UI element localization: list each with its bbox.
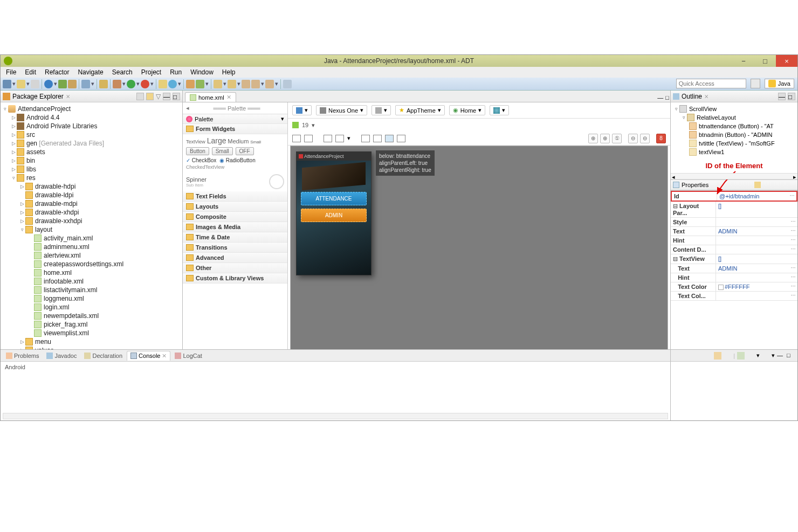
- palette-category[interactable]: Images & Media: [183, 222, 287, 232]
- avd-manager-icon[interactable]: [58, 80, 67, 88]
- run-icon[interactable]: [127, 80, 135, 88]
- tree-item[interactable]: viewemplist.xml: [2, 329, 181, 337]
- api-level[interactable]: 19: [302, 122, 308, 128]
- tree-item[interactable]: loggmenu.xml: [2, 294, 181, 303]
- zoom-in-icon[interactable]: ⊕: [600, 134, 610, 143]
- outline-horizontal-scrollbar[interactable]: ◂▸: [671, 173, 797, 179]
- editor-tab-home[interactable]: home.xml ⨯: [185, 92, 236, 102]
- console-btn5-icon[interactable]: [762, 352, 769, 360]
- project-root[interactable]: AttendanceProject: [18, 105, 71, 113]
- maximize-button[interactable]: □: [754, 55, 776, 67]
- close-button[interactable]: ×: [776, 55, 797, 67]
- menu-help[interactable]: Help: [219, 68, 239, 76]
- console-btn3-icon[interactable]: [737, 352, 745, 360]
- zoom-out2-icon[interactable]: ⊖: [640, 134, 650, 143]
- refresh-icon[interactable]: [168, 80, 177, 88]
- maximize-view-icon[interactable]: □: [173, 93, 180, 100]
- property-row[interactable]: TextADMIN···: [671, 264, 797, 273]
- widget-small-button[interactable]: Small: [212, 147, 233, 155]
- save-icon[interactable]: [17, 80, 25, 88]
- menu-file[interactable]: File: [3, 68, 19, 76]
- grid2-icon[interactable]: [335, 135, 344, 142]
- activity-dropdown[interactable]: ◉ Home ▾: [449, 105, 485, 115]
- widget-spinner[interactable]: Spinner: [186, 176, 207, 183]
- close-tab-icon[interactable]: ⨯: [226, 94, 231, 101]
- tree-item[interactable]: ▷drawable-xxhdpi: [2, 217, 181, 225]
- zoom-100-icon[interactable]: ①: [612, 134, 622, 143]
- config-dropdown[interactable]: ▾: [292, 105, 312, 115]
- palette-cat-form-widgets[interactable]: Form Widgets: [183, 124, 287, 134]
- tree-item[interactable]: picker_frag.xml: [2, 320, 181, 329]
- device-dropdown[interactable]: Nexus One ▾: [316, 105, 367, 115]
- tree-item[interactable]: ▷drawable-hdpi: [2, 182, 181, 191]
- console-horizontal-scrollbar[interactable]: [3, 413, 668, 419]
- pack-icon[interactable]: [186, 80, 195, 88]
- search-icon[interactable]: [196, 80, 204, 88]
- palette-category[interactable]: Layouts: [183, 202, 287, 212]
- tree-item[interactable]: ▿res: [2, 174, 181, 182]
- menu-navigate[interactable]: Navigate: [74, 68, 106, 76]
- tree-item[interactable]: alertview.xml: [2, 251, 181, 260]
- widget-small-text[interactable]: Small: [250, 140, 261, 144]
- zoom-out-icon[interactable]: ⊖: [628, 134, 638, 143]
- props-alpha-icon[interactable]: [772, 182, 778, 188]
- new-icon[interactable]: [3, 80, 11, 88]
- java-perspective-button[interactable]: Java: [765, 79, 794, 88]
- layout2-icon[interactable]: [373, 135, 382, 142]
- theme-dropdown[interactable]: ★ AppTheme ▾: [395, 105, 445, 115]
- menu-project[interactable]: Project: [138, 68, 164, 76]
- tree-item[interactable]: ▷Android 4.4: [2, 113, 181, 122]
- tree-item[interactable]: ▿layout: [2, 225, 181, 234]
- menu-search[interactable]: Search: [109, 68, 136, 76]
- tree-item[interactable]: home.xml: [2, 268, 181, 277]
- layout3-icon[interactable]: [385, 135, 394, 142]
- progressbar-icon[interactable]: [269, 174, 284, 189]
- tool2-icon[interactable]: [113, 80, 121, 88]
- stop-icon[interactable]: [141, 80, 149, 88]
- minimize-button[interactable]: −: [733, 55, 754, 67]
- console-btn4-icon[interactable]: [747, 352, 754, 360]
- property-row[interactable]: Hint···: [671, 273, 797, 282]
- open-perspective-icon[interactable]: [751, 79, 760, 88]
- tree-item[interactable]: ▷bin: [2, 156, 181, 165]
- props-sort-icon[interactable]: [763, 182, 769, 188]
- props-filter-icon[interactable]: [754, 182, 761, 188]
- widget-large-text[interactable]: Large: [207, 136, 226, 145]
- property-row[interactable]: TextADMIN···: [671, 227, 797, 236]
- save-all-icon[interactable]: [31, 80, 39, 88]
- outline-tree[interactable]: ▿ScrollView ▿RelativeLayout btnattendanc…: [671, 102, 797, 158]
- menu-window[interactable]: Window: [187, 68, 217, 76]
- palette-category[interactable]: Custom & Library Views: [183, 273, 287, 284]
- pin-icon[interactable]: [283, 80, 292, 88]
- lint-error-icon[interactable]: 8: [656, 134, 666, 143]
- palette-category[interactable]: Text Fields: [183, 191, 287, 202]
- outline-max-icon[interactable]: □: [788, 93, 795, 100]
- tree-item[interactable]: ▷drawable-mdpi: [2, 199, 181, 208]
- tab-console[interactable]: Console ⨯: [127, 351, 170, 361]
- nav-fwd-icon[interactable]: [228, 80, 236, 88]
- zoom-fit-icon[interactable]: ⊕: [588, 134, 598, 143]
- property-row[interactable]: ⊟ Layout Par...[]: [671, 202, 797, 218]
- device-preview[interactable]: AttendanceProject ATTENDANCE ADMIN: [296, 151, 372, 275]
- orientation-dropdown[interactable]: ▾: [372, 105, 391, 115]
- tree-item[interactable]: ▷src: [2, 130, 181, 139]
- tree-item[interactable]: ▷drawable-xhdpi: [2, 208, 181, 217]
- tree-item[interactable]: login.xml: [2, 303, 181, 312]
- property-row[interactable]: Text Color#FFFFFF···: [671, 282, 797, 292]
- widget-button[interactable]: Button: [186, 147, 209, 155]
- outline-min-icon[interactable]: —: [778, 93, 786, 100]
- console-max-icon[interactable]: □: [787, 352, 794, 360]
- widget-toggle-button[interactable]: OFF: [236, 147, 254, 155]
- property-row[interactable]: Hint···: [671, 236, 797, 245]
- property-row[interactable]: Style···: [671, 218, 797, 227]
- locale-dropdown[interactable]: ▾: [490, 105, 509, 115]
- tree-item[interactable]: createpasswordsettings.xml: [2, 260, 181, 268]
- menu-refactor[interactable]: Refactor: [42, 68, 72, 76]
- property-row[interactable]: Content D...···: [671, 245, 797, 254]
- link-editor-icon[interactable]: [146, 93, 154, 100]
- preview-admin-button[interactable]: ADMIN: [301, 209, 367, 222]
- debug-icon[interactable]: [99, 80, 108, 88]
- console-btn2-icon[interactable]: [724, 352, 731, 360]
- lint-icon[interactable]: [68, 80, 77, 88]
- tree-item[interactable]: drawable-ldpi: [2, 191, 181, 199]
